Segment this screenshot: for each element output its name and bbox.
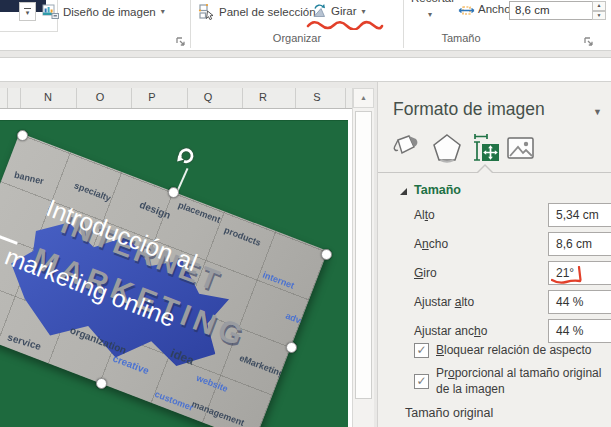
relative-original-checkbox[interactable]: ✓ — [414, 374, 429, 389]
column-header-p[interactable]: P — [138, 91, 166, 103]
red-underline-annotation — [306, 20, 384, 30]
resize-handle-top-right[interactable] — [321, 249, 332, 260]
collapse-triangle-icon[interactable] — [400, 188, 407, 195]
tab-effects[interactable] — [431, 132, 464, 168]
ajustar-alto-label: Ajustar alto — [414, 290, 474, 314]
group-label-organize: Organizar — [250, 32, 344, 44]
grid-line — [131, 88, 132, 108]
puzzle-word: products — [223, 225, 263, 248]
giro-label: Giro — [414, 261, 437, 285]
rotation-handle-icon[interactable] — [175, 145, 197, 167]
rotate-icon — [311, 3, 327, 19]
active-tab-notch — [478, 166, 492, 173]
gallery-more-button[interactable]: ▾ — [19, 2, 36, 21]
cells-area: INTERNET MARKETING bannerspecialtydesign… — [0, 109, 352, 427]
group-separator — [403, 0, 404, 48]
check-icon: ✓ — [415, 344, 428, 356]
puzzle-word: website — [195, 373, 229, 394]
field-row-ajustar-ancho: Ajustar ancho 44 % — [378, 319, 611, 343]
ajustar-ancho-input[interactable]: 44 % — [548, 319, 611, 343]
scrollbar-thumb[interactable] — [355, 111, 372, 399]
formula-bar[interactable] — [0, 57, 611, 82]
scroll-up-icon[interactable]: ▲ — [353, 88, 374, 108]
field-row-ajustar-alto: Ajustar alto 44 % — [378, 290, 611, 314]
column-headers: N O P Q R S — [0, 88, 352, 109]
lock-aspect-checkbox[interactable]: ✓ — [414, 343, 429, 358]
rotate-label: Girar — [331, 5, 357, 17]
section-size-header[interactable]: Tamaño — [414, 183, 461, 197]
puzzle-word: idea — [168, 346, 195, 368]
ajustar-alto-input[interactable]: 44 % — [548, 290, 611, 314]
column-header-r[interactable]: R — [249, 91, 277, 103]
pane-title: Formato de imagen — [393, 99, 545, 120]
alto-input[interactable]: 5,34 cm — [548, 203, 611, 227]
spinner-up-icon[interactable]: ▲ — [592, 1, 606, 11]
puzzle-word: eMarketing — [238, 353, 286, 379]
ribbon: ▾ Diseño de imagen ▾ Panel de selección — [0, 0, 611, 51]
paint-bucket-icon — [389, 132, 420, 164]
width-input[interactable]: 8,6 cm — [509, 1, 596, 20]
picture-layout-icon — [42, 3, 59, 20]
field-row-ancho: Ancho 8,6 cm — [378, 232, 611, 256]
ajustar-ancho-label: Ajustar ancho — [414, 319, 487, 343]
selection-pane-button[interactable]: Panel de selección — [198, 3, 316, 20]
pane-divider — [378, 172, 611, 173]
resize-handle-top-left[interactable] — [17, 130, 28, 141]
pane-dropdown-icon[interactable]: ▼ — [593, 107, 602, 117]
selection-pane-icon — [198, 3, 215, 20]
caret-down-icon: ▾ — [362, 7, 366, 16]
spinner-down-icon[interactable]: ▼ — [592, 11, 606, 21]
column-header-n[interactable]: N — [34, 91, 62, 103]
lock-aspect-label: Bloquear relación de aspecto — [436, 343, 591, 359]
grid-line — [20, 88, 21, 108]
size-properties-icon — [473, 133, 500, 164]
grid-line — [242, 88, 243, 108]
resize-handle-right-middle[interactable] — [286, 342, 297, 353]
picture-icon — [506, 132, 535, 164]
puzzle-word: internet — [261, 270, 295, 291]
crop-caret-down-icon[interactable]: ▾ — [428, 10, 432, 19]
grid-line — [76, 88, 77, 108]
tab-size-properties[interactable] — [473, 133, 500, 168]
worksheet: N O P Q R S INTERNET MARKETING bannerspe… — [0, 88, 374, 427]
vertical-scrollbar[interactable]: ▲ — [352, 88, 374, 427]
picture-layout-label: Diseño de imagen — [63, 6, 156, 18]
ancho-label: Ancho — [414, 232, 448, 256]
grid-line — [295, 88, 296, 108]
relative-original-label: Proporcional al tamaño original de la im… — [436, 366, 611, 397]
caret-down-icon: ▾ — [26, 10, 30, 16]
caret-down-icon: ▾ — [161, 7, 165, 16]
puzzle-word: service — [6, 331, 42, 352]
column-header-q[interactable]: Q — [194, 91, 222, 103]
picture-layout-button[interactable]: Diseño de imagen ▾ — [42, 3, 165, 20]
alto-label: Alto — [414, 203, 435, 227]
check-icon: ✓ — [415, 375, 428, 387]
resize-handle-top-middle[interactable] — [168, 187, 179, 198]
grid-line — [345, 88, 346, 108]
crop-button[interactable]: Recortar — [411, 0, 455, 4]
field-row-alto: Alto 5,34 cm — [378, 203, 611, 227]
group-label-size: Tamaño — [414, 32, 508, 44]
puzzle-word: creative — [111, 353, 150, 377]
group-separator — [190, 0, 191, 48]
selection-pane-label: Panel de selección — [219, 6, 316, 18]
format-picture-pane: Formato de imagen ▼ — [377, 82, 611, 427]
column-header-o[interactable]: O — [86, 91, 114, 103]
resize-handle-bottom-middle[interactable] — [96, 378, 107, 389]
ancho-input[interactable]: 8,6 cm — [548, 232, 611, 256]
grid-line — [7, 88, 8, 108]
rotate-button[interactable]: Girar ▾ — [311, 3, 366, 19]
puzzle-word: banner — [13, 170, 44, 186]
column-header-s[interactable]: S — [303, 91, 331, 103]
grid-line — [187, 88, 188, 108]
dialog-launcher-icon[interactable] — [584, 33, 595, 44]
width-spinner: ▲ ▼ — [592, 1, 606, 20]
shape-width-icon — [458, 2, 475, 19]
tab-picture[interactable] — [506, 132, 535, 168]
dialog-launcher-icon[interactable] — [176, 33, 187, 44]
original-size-label: Tamaño original — [405, 406, 493, 420]
pentagon-icon — [431, 132, 464, 164]
tab-fill-line[interactable] — [389, 132, 420, 168]
red-mark-annotation — [551, 266, 589, 286]
